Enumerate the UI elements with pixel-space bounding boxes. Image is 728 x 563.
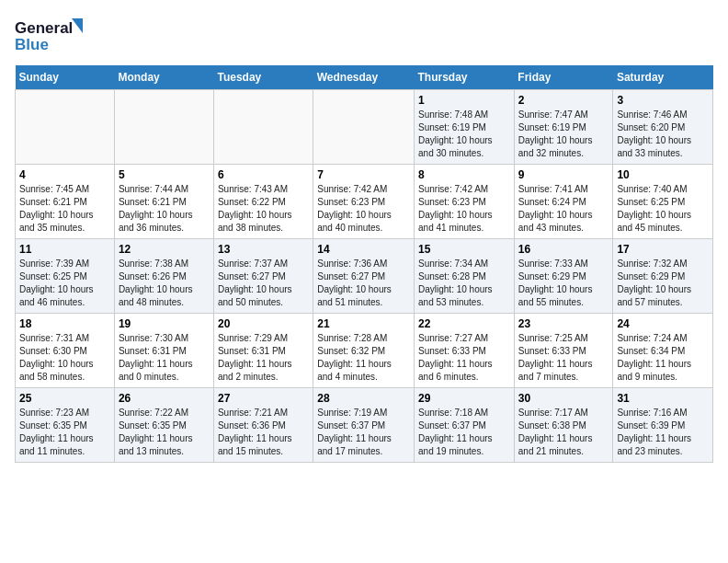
- day-info: Sunrise: 7:29 AM Sunset: 6:31 PM Dayligh…: [218, 332, 309, 384]
- calendar-cell: 15Sunrise: 7:34 AM Sunset: 6:28 PM Dayli…: [415, 239, 515, 314]
- day-number: 14: [317, 243, 410, 256]
- calendar-cell: 6Sunrise: 7:43 AM Sunset: 6:22 PM Daylig…: [213, 165, 313, 239]
- day-number: 1: [418, 94, 510, 107]
- svg-text:General: General: [15, 19, 73, 37]
- header: GeneralBlue: [15, 15, 713, 56]
- calendar-cell: 16Sunrise: 7:33 AM Sunset: 6:29 PM Dayli…: [514, 239, 613, 314]
- day-number: 30: [518, 392, 609, 405]
- calendar-cell: 28Sunrise: 7:19 AM Sunset: 6:37 PM Dayli…: [313, 388, 415, 463]
- calendar-cell: 17Sunrise: 7:32 AM Sunset: 6:29 PM Dayli…: [613, 239, 713, 314]
- header-saturday: Saturday: [613, 65, 713, 90]
- week-row-2: 4Sunrise: 7:45 AM Sunset: 6:21 PM Daylig…: [16, 165, 713, 239]
- header-wednesday: Wednesday: [313, 65, 415, 90]
- calendar-table: SundayMondayTuesdayWednesdayThursdayFrid…: [15, 65, 713, 463]
- day-info: Sunrise: 7:18 AM Sunset: 6:37 PM Dayligh…: [418, 407, 510, 458]
- week-row-4: 18Sunrise: 7:31 AM Sunset: 6:30 PM Dayli…: [16, 314, 713, 388]
- day-info: Sunrise: 7:32 AM Sunset: 6:29 PM Dayligh…: [617, 258, 709, 309]
- calendar-cell: 20Sunrise: 7:29 AM Sunset: 6:31 PM Dayli…: [213, 314, 313, 388]
- day-number: 16: [518, 243, 609, 256]
- day-number: 28: [317, 392, 410, 405]
- calendar-cell: 30Sunrise: 7:17 AM Sunset: 6:38 PM Dayli…: [514, 388, 613, 463]
- calendar-cell: 31Sunrise: 7:16 AM Sunset: 6:39 PM Dayli…: [613, 388, 713, 463]
- day-info: Sunrise: 7:37 AM Sunset: 6:27 PM Dayligh…: [218, 258, 309, 309]
- day-number: 31: [617, 392, 709, 405]
- calendar-cell: 26Sunrise: 7:22 AM Sunset: 6:35 PM Dayli…: [114, 388, 213, 463]
- day-number: 6: [218, 168, 309, 181]
- calendar-cell: [213, 90, 313, 165]
- day-info: Sunrise: 7:43 AM Sunset: 6:22 PM Dayligh…: [218, 183, 309, 235]
- day-info: Sunrise: 7:22 AM Sunset: 6:35 PM Dayligh…: [119, 407, 210, 458]
- day-info: Sunrise: 7:16 AM Sunset: 6:39 PM Dayligh…: [617, 407, 709, 458]
- calendar-header: SundayMondayTuesdayWednesdayThursdayFrid…: [16, 65, 713, 90]
- calendar-cell: 8Sunrise: 7:42 AM Sunset: 6:23 PM Daylig…: [415, 165, 515, 239]
- day-number: 3: [617, 94, 709, 107]
- header-monday: Monday: [114, 65, 213, 90]
- day-info: Sunrise: 7:40 AM Sunset: 6:25 PM Dayligh…: [617, 183, 709, 235]
- day-info: Sunrise: 7:41 AM Sunset: 6:24 PM Dayligh…: [518, 183, 609, 235]
- day-number: 20: [218, 317, 309, 330]
- calendar-cell: 7Sunrise: 7:42 AM Sunset: 6:23 PM Daylig…: [313, 165, 415, 239]
- day-number: 19: [119, 317, 210, 330]
- day-info: Sunrise: 7:48 AM Sunset: 6:19 PM Dayligh…: [418, 109, 510, 160]
- day-number: 27: [218, 392, 309, 405]
- day-number: 29: [418, 392, 510, 405]
- day-info: Sunrise: 7:19 AM Sunset: 6:37 PM Dayligh…: [317, 407, 410, 458]
- header-row: SundayMondayTuesdayWednesdayThursdayFrid…: [16, 65, 713, 90]
- logo: GeneralBlue: [15, 15, 88, 56]
- day-number: 5: [119, 168, 210, 181]
- day-info: Sunrise: 7:46 AM Sunset: 6:20 PM Dayligh…: [617, 109, 709, 160]
- day-info: Sunrise: 7:33 AM Sunset: 6:29 PM Dayligh…: [518, 258, 609, 309]
- calendar-cell: [114, 90, 213, 165]
- calendar-cell: 12Sunrise: 7:38 AM Sunset: 6:26 PM Dayli…: [114, 239, 213, 314]
- calendar-cell: 5Sunrise: 7:44 AM Sunset: 6:21 PM Daylig…: [114, 165, 213, 239]
- day-number: 11: [19, 243, 110, 256]
- day-number: 12: [119, 243, 210, 256]
- header-tuesday: Tuesday: [213, 65, 313, 90]
- day-number: 18: [19, 317, 110, 330]
- logo-svg: GeneralBlue: [15, 15, 88, 56]
- day-number: 26: [119, 392, 210, 405]
- calendar-cell: 10Sunrise: 7:40 AM Sunset: 6:25 PM Dayli…: [613, 165, 713, 239]
- header-friday: Friday: [514, 65, 613, 90]
- calendar-cell: 27Sunrise: 7:21 AM Sunset: 6:36 PM Dayli…: [213, 388, 313, 463]
- day-info: Sunrise: 7:30 AM Sunset: 6:31 PM Dayligh…: [119, 332, 210, 384]
- calendar-cell: 9Sunrise: 7:41 AM Sunset: 6:24 PM Daylig…: [514, 165, 613, 239]
- calendar-cell: 24Sunrise: 7:24 AM Sunset: 6:34 PM Dayli…: [613, 314, 713, 388]
- day-number: 24: [617, 317, 709, 330]
- day-info: Sunrise: 7:38 AM Sunset: 6:26 PM Dayligh…: [119, 258, 210, 309]
- calendar-cell: 19Sunrise: 7:30 AM Sunset: 6:31 PM Dayli…: [114, 314, 213, 388]
- day-number: 25: [19, 392, 110, 405]
- svg-marker-2: [72, 18, 83, 33]
- day-number: 4: [19, 168, 110, 181]
- calendar-cell: 18Sunrise: 7:31 AM Sunset: 6:30 PM Dayli…: [16, 314, 115, 388]
- day-info: Sunrise: 7:42 AM Sunset: 6:23 PM Dayligh…: [418, 183, 510, 235]
- header-thursday: Thursday: [415, 65, 515, 90]
- calendar-cell: [313, 90, 415, 165]
- day-number: 9: [518, 168, 609, 181]
- day-info: Sunrise: 7:36 AM Sunset: 6:27 PM Dayligh…: [317, 258, 410, 309]
- day-info: Sunrise: 7:23 AM Sunset: 6:35 PM Dayligh…: [19, 407, 110, 458]
- calendar-cell: 2Sunrise: 7:47 AM Sunset: 6:19 PM Daylig…: [514, 90, 613, 165]
- calendar-cell: 14Sunrise: 7:36 AM Sunset: 6:27 PM Dayli…: [313, 239, 415, 314]
- svg-text:Blue: Blue: [15, 36, 49, 53]
- calendar-cell: 21Sunrise: 7:28 AM Sunset: 6:32 PM Dayli…: [313, 314, 415, 388]
- day-info: Sunrise: 7:34 AM Sunset: 6:28 PM Dayligh…: [418, 258, 510, 309]
- calendar-cell: 11Sunrise: 7:39 AM Sunset: 6:25 PM Dayli…: [16, 239, 115, 314]
- calendar-cell: 29Sunrise: 7:18 AM Sunset: 6:37 PM Dayli…: [415, 388, 515, 463]
- day-number: 13: [218, 243, 309, 256]
- day-info: Sunrise: 7:28 AM Sunset: 6:32 PM Dayligh…: [317, 332, 410, 384]
- day-number: 7: [317, 168, 410, 181]
- calendar-cell: 4Sunrise: 7:45 AM Sunset: 6:21 PM Daylig…: [16, 165, 115, 239]
- day-number: 22: [418, 317, 510, 330]
- day-number: 2: [518, 94, 609, 107]
- day-info: Sunrise: 7:44 AM Sunset: 6:21 PM Dayligh…: [119, 183, 210, 235]
- day-number: 8: [418, 168, 510, 181]
- calendar-cell: 22Sunrise: 7:27 AM Sunset: 6:33 PM Dayli…: [415, 314, 515, 388]
- calendar-cell: 23Sunrise: 7:25 AM Sunset: 6:33 PM Dayli…: [514, 314, 613, 388]
- day-info: Sunrise: 7:27 AM Sunset: 6:33 PM Dayligh…: [418, 332, 510, 384]
- calendar-body: 1Sunrise: 7:48 AM Sunset: 6:19 PM Daylig…: [16, 90, 713, 463]
- day-info: Sunrise: 7:17 AM Sunset: 6:38 PM Dayligh…: [518, 407, 609, 458]
- day-info: Sunrise: 7:25 AM Sunset: 6:33 PM Dayligh…: [518, 332, 609, 384]
- calendar-cell: [16, 90, 115, 165]
- week-row-1: 1Sunrise: 7:48 AM Sunset: 6:19 PM Daylig…: [16, 90, 713, 165]
